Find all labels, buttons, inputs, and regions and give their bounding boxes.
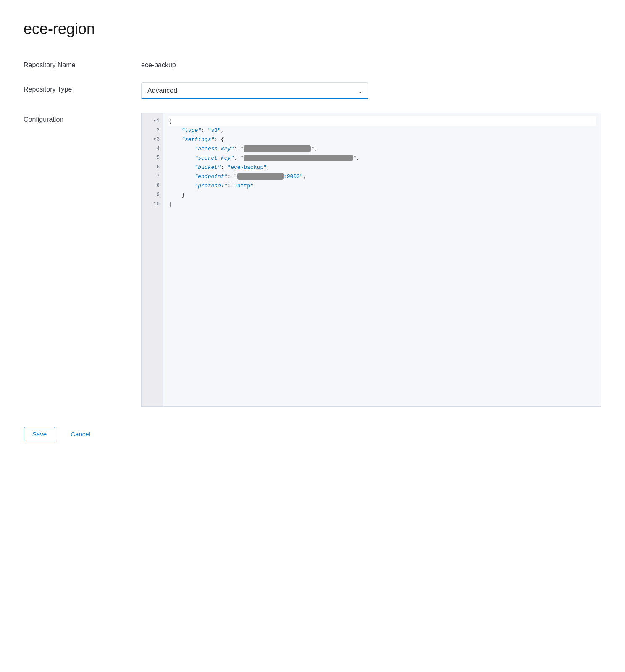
line-num-7: 7 (142, 172, 163, 181)
line-num-10: 10 (142, 200, 163, 209)
fold-arrow-1: ▼ (153, 119, 155, 123)
repo-name-row: Repository Name ece-backup (24, 58, 601, 69)
code-line-7: "endpoint": ":9000", (168, 172, 596, 181)
line-num-2: 2 (142, 126, 163, 135)
code-line-4: "access_key": "", (168, 144, 596, 153)
line-num-8: 8 (142, 181, 163, 190)
line-num-4: 4 (142, 144, 163, 153)
line-num-1: ▼ 1 (142, 116, 163, 126)
repo-name-label: Repository Name (24, 58, 141, 69)
repo-type-select[interactable]: Advanced S3 GCS Azure (141, 82, 368, 99)
code-line-3: "settings": { (168, 135, 596, 144)
config-row: Configuration ▼ 1 2 ▼ 3 4 5 6 7 8 9 10 { (24, 113, 601, 407)
line-num-9: 9 (142, 190, 163, 200)
cancel-button[interactable]: Cancel (66, 427, 95, 441)
save-button[interactable]: Save (24, 427, 55, 441)
repo-type-row: Repository Type Advanced S3 GCS Azure ⌄ (24, 82, 601, 99)
code-line-2: "type": "s3", (168, 126, 596, 135)
line-num-3: ▼ 3 (142, 135, 163, 144)
line-num-6: 6 (142, 163, 163, 172)
code-line-5: "secret_key": "", (168, 153, 596, 163)
redacted-endpoint (237, 173, 284, 180)
repo-name-value: ece-backup (141, 58, 376, 69)
code-line-1: { (168, 116, 596, 126)
line-numbers: ▼ 1 2 ▼ 3 4 5 6 7 8 9 10 (142, 113, 163, 406)
code-line-9: } (168, 190, 596, 200)
code-content[interactable]: { "type": "s3", "settings": { "access_ke… (163, 113, 601, 406)
line-num-5: 5 (142, 153, 163, 163)
page-title: ece-region (24, 20, 601, 38)
redacted-secret-key (244, 155, 353, 161)
code-editor[interactable]: ▼ 1 2 ▼ 3 4 5 6 7 8 9 10 { "type": "s3", (141, 113, 601, 407)
repo-type-label: Repository Type (24, 82, 141, 93)
repo-type-select-wrapper[interactable]: Advanced S3 GCS Azure ⌄ (141, 82, 368, 99)
config-label: Configuration (24, 113, 141, 123)
code-line-8: "protocol": "http" (168, 181, 596, 190)
buttons-row: Save Cancel (24, 427, 601, 441)
redacted-access-key (244, 145, 311, 152)
fold-arrow-3: ▼ (153, 137, 155, 142)
code-line-6: "bucket": "ece-backup", (168, 163, 596, 172)
code-line-10: } (168, 200, 596, 209)
